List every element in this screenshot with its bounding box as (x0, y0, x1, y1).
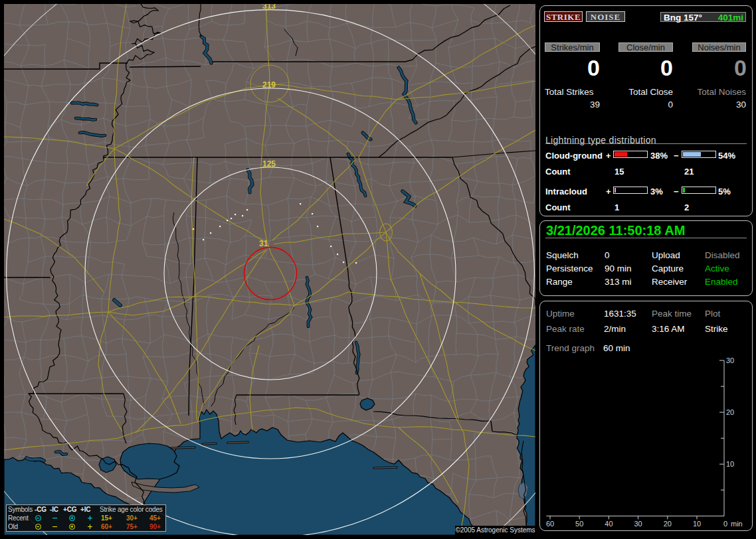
svg-text:10: 10 (726, 460, 734, 468)
svg-text:40: 40 (605, 520, 613, 528)
svg-text:219: 219 (262, 80, 276, 90)
svg-text:313: 313 (262, 4, 276, 11)
svg-text:31: 31 (259, 239, 268, 248)
svg-text:30: 30 (726, 356, 734, 364)
svg-text:20: 20 (726, 408, 734, 416)
svg-text:30: 30 (634, 520, 642, 528)
svg-text:0: 0 (723, 520, 727, 528)
svg-text:min: min (731, 520, 743, 528)
svg-text:60: 60 (546, 520, 554, 528)
svg-text:10: 10 (693, 520, 701, 528)
svg-text:20: 20 (664, 520, 672, 528)
svg-text:50: 50 (575, 520, 583, 528)
svg-text:125: 125 (262, 159, 276, 169)
